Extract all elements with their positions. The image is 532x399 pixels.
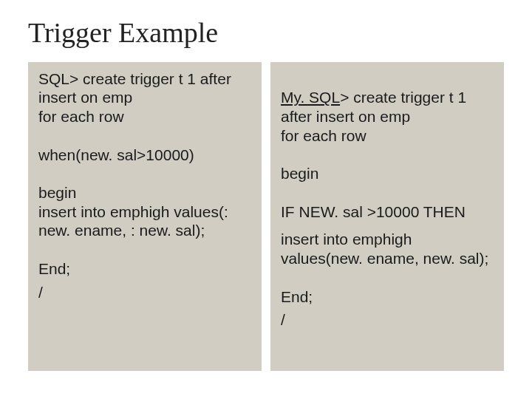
right-block-4: insert into emphigh values(new. ename, n… (281, 230, 494, 267)
left-block-4: End; / (38, 259, 251, 301)
right-slash: / (281, 310, 494, 330)
right-block-5: End; / (281, 287, 494, 330)
left-column: SQL> create trigger t 1 after insert on … (28, 62, 262, 371)
right-block-3: IF NEW. sal >10000 THEN (281, 202, 494, 222)
slide: Trigger Example SQL> create trigger t 1 … (0, 0, 532, 399)
right-end: End; (281, 287, 494, 307)
left-block-3: begin insert into emphigh values(: new. … (38, 183, 251, 240)
slide-title: Trigger Example (28, 18, 504, 49)
right-block-2: begin (281, 164, 494, 183)
right-column: My. SQL> create trigger t 1 after insert… (270, 62, 504, 371)
columns: SQL> create trigger t 1 after insert on … (28, 62, 504, 371)
right-block-1: My. SQL> create trigger t 1 after insert… (281, 69, 494, 145)
left-block-2: when(new. sal>10000) (38, 146, 251, 165)
right-mysql-label: My. SQL (281, 89, 340, 106)
left-block-1: SQL> create trigger t 1 after insert on … (38, 69, 251, 126)
left-end: End; (38, 259, 251, 279)
left-slash: / (38, 283, 251, 302)
